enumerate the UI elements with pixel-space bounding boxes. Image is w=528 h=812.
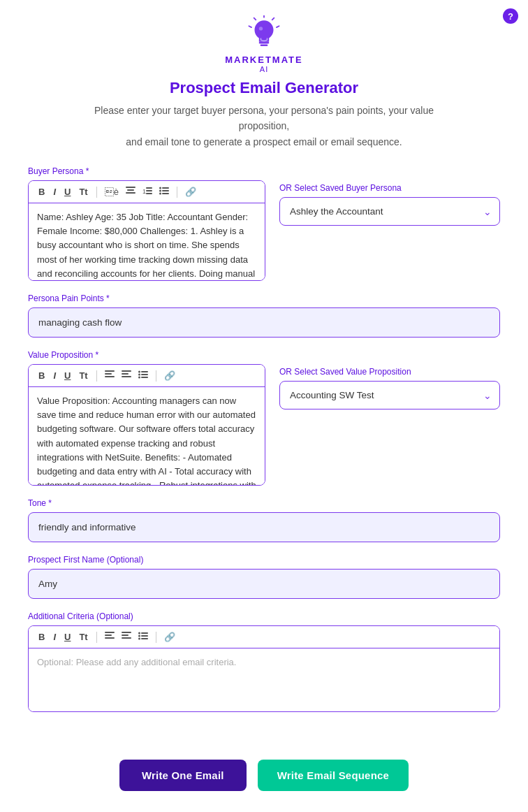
svg-line-4: [249, 26, 251, 27]
svg-rect-5: [259, 42, 269, 44]
ac-toolbar-sep-1: [96, 632, 97, 643]
prospect-name-label: Prospect First Name (Optional): [28, 555, 500, 565]
italic-btn[interactable]: I: [50, 186, 59, 198]
svg-rect-23: [105, 373, 112, 375]
svg-rect-24: [105, 376, 115, 377]
svg-point-16: [159, 187, 161, 189]
svg-rect-9: [127, 189, 134, 191]
value-prop-editor[interactable]: B I U Tt 🔗 Valu: [28, 364, 265, 486]
svg-rect-37: [122, 632, 131, 633]
value-prop-label: Value Proposition *: [28, 350, 265, 360]
vp-ordered-list-btn[interactable]: [119, 369, 133, 382]
vp-italic-btn[interactable]: I: [50, 370, 59, 382]
svg-rect-21: [162, 193, 169, 194]
format-btn[interactable]: Tt: [76, 186, 90, 198]
page-subtitle: Please enter your target buyer persona, …: [68, 103, 460, 150]
align-center-btn[interactable]: [124, 185, 138, 198]
saved-buyer-persona-select-wrapper[interactable]: Ashley the Accountant Ashley Accountant …: [279, 197, 500, 226]
additional-criteria-content[interactable]: Optional: Please add any additional emai…: [29, 648, 499, 711]
additional-criteria-label: Additional Criteria (Optional): [28, 611, 500, 621]
buyer-persona-col: Buyer Persona * B I U Tt è 1.2.: [28, 166, 265, 281]
svg-point-30: [138, 374, 140, 376]
vp-link-btn[interactable]: 🔗: [162, 369, 177, 382]
value-prop-col: Value Proposition * B I U Tt: [28, 350, 265, 486]
ac-bold-btn[interactable]: B: [36, 631, 47, 643]
vp-underline-btn[interactable]: U: [61, 370, 73, 382]
bold-btn[interactable]: B: [36, 186, 47, 198]
svg-rect-41: [141, 632, 148, 634]
additional-criteria-editor[interactable]: B I U Tt 🔗 Optional: Please add any addi: [28, 625, 500, 712]
svg-rect-8: [126, 187, 135, 188]
saved-buyer-persona-col: OR Select Saved Buyer Persona Ashley the…: [279, 166, 500, 226]
ac-align-left-btn[interactable]: [103, 630, 117, 644]
vp-toolbar-sep-2: [156, 370, 156, 382]
additional-criteria-group: Additional Criteria (Optional) B I U Tt …: [28, 611, 500, 712]
svg-rect-27: [122, 376, 131, 377]
write-one-email-button[interactable]: Write One Email: [119, 760, 247, 791]
svg-rect-22: [105, 370, 115, 372]
ac-ordered-list-btn[interactable]: [119, 630, 133, 644]
ac-toolbar-sep-2: [156, 632, 156, 643]
buyer-persona-toolbar: B I U Tt è 1.2. 🔗: [29, 181, 265, 203]
underline-btn[interactable]: U: [61, 186, 73, 198]
align-left-btn[interactable]: è: [103, 185, 121, 198]
svg-rect-34: [105, 632, 115, 633]
svg-rect-38: [122, 635, 129, 636]
svg-rect-39: [122, 637, 131, 639]
toolbar-sep-1: [96, 187, 97, 198]
page-title: Prospect Email Generator: [0, 79, 528, 97]
svg-line-3: [254, 18, 256, 20]
svg-line-1: [272, 18, 274, 20]
svg-rect-36: [105, 637, 115, 639]
buyer-persona-content[interactable]: Name: Ashley Age: 35 Job Title: Accounta…: [29, 203, 265, 280]
unordered-list-btn[interactable]: [157, 185, 171, 198]
prospect-name-input[interactable]: Amy: [28, 569, 500, 599]
saved-value-prop-select-wrapper[interactable]: Accounting SW Test Accounting Test ⌄: [279, 381, 500, 409]
svg-rect-35: [105, 635, 112, 636]
svg-rect-26: [122, 373, 129, 375]
logo-ai: AI: [260, 65, 268, 73]
svg-rect-31: [141, 374, 148, 375]
vp-align-left-btn[interactable]: [103, 369, 117, 382]
tone-input[interactable]: friendly and informative: [28, 512, 500, 542]
saved-value-prop-col: OR Select Saved Value Proposition Accoun…: [279, 350, 500, 409]
pain-points-label: Persona Pain Points *: [28, 293, 500, 303]
ordered-list-btn[interactable]: 1.2.: [140, 185, 154, 198]
svg-point-44: [138, 638, 140, 640]
buyer-persona-row: Buyer Persona * B I U Tt è 1.2.: [28, 166, 500, 281]
value-prop-content[interactable]: Value Proposition: Accounting managers c…: [29, 387, 265, 485]
value-prop-toolbar: B I U Tt 🔗: [29, 365, 265, 387]
svg-rect-29: [141, 371, 148, 372]
ac-format-btn[interactable]: Tt: [76, 631, 90, 643]
header: MARKETMATE AI Prospect Email Generator P…: [0, 0, 528, 157]
help-icon[interactable]: ?: [503, 8, 518, 24]
write-email-sequence-button[interactable]: Write Email Sequence: [258, 760, 409, 791]
ac-link-btn[interactable]: 🔗: [162, 630, 177, 644]
svg-rect-6: [261, 44, 268, 46]
svg-rect-19: [162, 190, 169, 191]
buyer-persona-label: Buyer Persona *: [28, 166, 265, 176]
saved-value-prop-select[interactable]: Accounting SW Test Accounting Test: [279, 381, 500, 409]
pain-points-input[interactable]: managing cash flow: [28, 307, 500, 338]
vp-bold-btn[interactable]: B: [36, 370, 47, 382]
saved-value-prop-label: OR Select Saved Value Proposition: [279, 365, 500, 377]
saved-buyer-persona-label: OR Select Saved Buyer Persona: [279, 182, 500, 193]
buyer-persona-editor[interactable]: B I U Tt è 1.2. 🔗: [28, 180, 265, 281]
action-buttons: Write One Email Write Email Sequence: [0, 746, 528, 812]
additional-criteria-toolbar: B I U Tt 🔗: [29, 626, 499, 648]
ac-underline-btn[interactable]: U: [61, 631, 73, 643]
tone-label: Tone *: [28, 498, 500, 508]
link-btn[interactable]: 🔗: [183, 185, 198, 198]
ac-unordered-list-btn[interactable]: [136, 630, 150, 644]
svg-line-2: [277, 26, 279, 27]
vp-format-btn[interactable]: Tt: [76, 370, 90, 382]
svg-rect-15: [146, 193, 152, 194]
svg-rect-25: [122, 370, 131, 372]
ac-italic-btn[interactable]: I: [50, 631, 59, 643]
vp-toolbar-sep-1: [96, 370, 97, 382]
vp-unordered-list-btn[interactable]: [136, 369, 150, 382]
saved-buyer-persona-select[interactable]: Ashley the Accountant Ashley Accountant: [279, 197, 500, 226]
value-prop-row: Value Proposition * B I U Tt: [28, 350, 500, 486]
svg-point-42: [138, 635, 140, 637]
prospect-name-group: Prospect First Name (Optional) Amy: [28, 555, 500, 599]
